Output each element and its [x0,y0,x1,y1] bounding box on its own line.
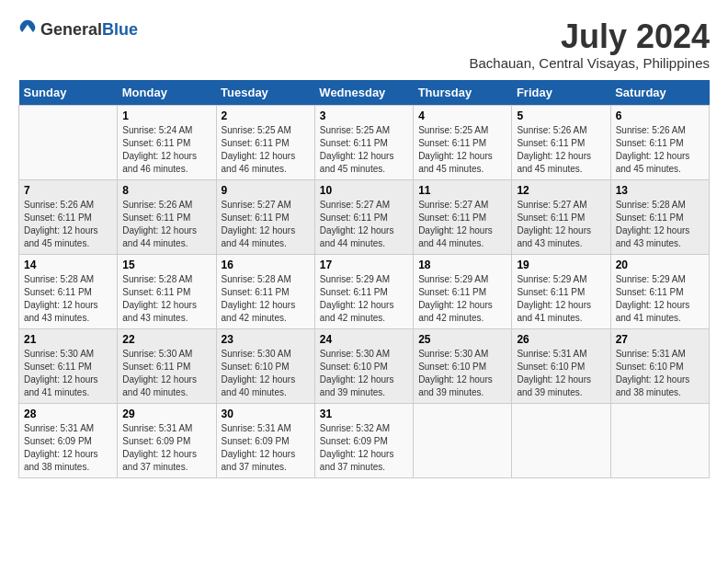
calendar-cell: 3Sunrise: 5:25 AMSunset: 6:11 PMDaylight… [314,105,413,179]
day-number: 10 [320,184,408,197]
calendar-cell: 17Sunrise: 5:29 AMSunset: 6:11 PMDayligh… [314,254,413,328]
weekday-header-wednesday: Wednesday [314,80,413,106]
month-year: July 2024 [469,18,710,55]
day-info: Sunrise: 5:30 AMSunset: 6:11 PMDaylight:… [24,348,112,399]
calendar-cell: 12Sunrise: 5:27 AMSunset: 6:11 PMDayligh… [512,179,610,254]
day-info: Sunrise: 5:27 AMSunset: 6:11 PMDaylight:… [418,199,506,250]
day-info: Sunrise: 5:31 AMSunset: 6:10 PMDaylight:… [616,348,704,399]
day-number: 2 [222,109,310,122]
week-row-2: 14Sunrise: 5:28 AMSunset: 6:11 PMDayligh… [19,254,710,328]
day-number: 29 [122,408,210,420]
day-info: Sunrise: 5:31 AMSunset: 6:10 PMDaylight:… [517,348,605,399]
day-info: Sunrise: 5:28 AMSunset: 6:11 PMDaylight:… [122,273,210,325]
calendar-cell: 1Sunrise: 5:24 AMSunset: 6:11 PMDaylight… [118,105,216,179]
day-number: 19 [517,259,605,271]
calendar-cell: 26Sunrise: 5:31 AMSunset: 6:10 PMDayligh… [512,328,610,403]
day-info: Sunrise: 5:25 AMSunset: 6:11 PMDaylight:… [320,124,408,176]
day-info: Sunrise: 5:29 AMSunset: 6:11 PMDaylight:… [320,273,408,325]
day-number: 15 [122,259,210,271]
day-number: 18 [418,259,506,271]
calendar-cell [19,105,118,179]
day-number: 28 [24,408,112,420]
calendar-cell [610,403,709,477]
day-info: Sunrise: 5:27 AMSunset: 6:11 PMDaylight:… [517,199,605,250]
day-info: Sunrise: 5:31 AMSunset: 6:09 PMDaylight:… [222,422,310,474]
day-info: Sunrise: 5:24 AMSunset: 6:11 PMDaylight:… [122,124,210,176]
day-number: 7 [24,184,112,197]
calendar-cell: 9Sunrise: 5:27 AMSunset: 6:11 PMDaylight… [216,179,314,254]
calendar-cell: 4Sunrise: 5:25 AMSunset: 6:11 PMDaylight… [414,105,512,179]
weekday-header-monday: Monday [118,80,216,106]
logo-icon [18,18,37,37]
day-number: 4 [418,109,506,122]
day-info: Sunrise: 5:29 AMSunset: 6:11 PMDaylight:… [418,273,506,325]
calendar-cell: 25Sunrise: 5:30 AMSunset: 6:10 PMDayligh… [414,328,512,403]
calendar-cell [512,403,610,477]
calendar-cell [414,403,512,477]
calendar-cell: 15Sunrise: 5:28 AMSunset: 6:11 PMDayligh… [118,254,216,328]
calendar-cell: 5Sunrise: 5:26 AMSunset: 6:11 PMDaylight… [512,105,610,179]
day-number: 26 [517,333,605,346]
calendar-cell: 24Sunrise: 5:30 AMSunset: 6:10 PMDayligh… [314,328,413,403]
day-number: 1 [122,109,210,122]
calendar-cell: 6Sunrise: 5:26 AMSunset: 6:11 PMDaylight… [610,105,709,179]
week-row-3: 21Sunrise: 5:30 AMSunset: 6:11 PMDayligh… [19,328,710,403]
calendar-cell: 23Sunrise: 5:30 AMSunset: 6:10 PMDayligh… [216,328,314,403]
calendar-cell: 30Sunrise: 5:31 AMSunset: 6:09 PMDayligh… [216,403,314,477]
day-info: Sunrise: 5:26 AMSunset: 6:11 PMDaylight:… [122,199,210,250]
day-number: 17 [320,259,408,271]
day-info: Sunrise: 5:28 AMSunset: 6:11 PMDaylight:… [24,273,112,325]
day-info: Sunrise: 5:31 AMSunset: 6:09 PMDaylight:… [122,422,210,474]
calendar-cell: 18Sunrise: 5:29 AMSunset: 6:11 PMDayligh… [414,254,512,328]
day-info: Sunrise: 5:30 AMSunset: 6:10 PMDaylight:… [320,348,408,399]
day-number: 5 [517,109,605,122]
title-area: July 2024 Bachauan, Central Visayas, Phi… [469,18,710,71]
day-info: Sunrise: 5:30 AMSunset: 6:10 PMDaylight:… [222,348,310,399]
day-number: 20 [616,259,704,271]
weekday-header-sunday: Sunday [19,80,118,106]
day-number: 13 [616,184,704,197]
day-info: Sunrise: 5:27 AMSunset: 6:11 PMDaylight:… [222,199,310,250]
day-info: Sunrise: 5:28 AMSunset: 6:11 PMDaylight:… [222,273,310,325]
calendar-cell: 8Sunrise: 5:26 AMSunset: 6:11 PMDaylight… [118,179,216,254]
day-number: 12 [517,184,605,197]
weekday-header-tuesday: Tuesday [216,80,314,106]
calendar-cell: 22Sunrise: 5:30 AMSunset: 6:11 PMDayligh… [118,328,216,403]
weekday-header-thursday: Thursday [414,80,512,106]
day-info: Sunrise: 5:25 AMSunset: 6:11 PMDaylight:… [418,124,506,176]
day-number: 24 [320,333,408,346]
day-info: Sunrise: 5:26 AMSunset: 6:11 PMDaylight:… [24,199,112,250]
calendar-cell: 2Sunrise: 5:25 AMSunset: 6:11 PMDaylight… [216,105,314,179]
calendar-cell: 29Sunrise: 5:31 AMSunset: 6:09 PMDayligh… [118,403,216,477]
calendar-cell: 7Sunrise: 5:26 AMSunset: 6:11 PMDaylight… [19,179,118,254]
calendar-cell: 31Sunrise: 5:32 AMSunset: 6:09 PMDayligh… [314,403,413,477]
logo-text-general: General [40,20,102,39]
day-info: Sunrise: 5:31 AMSunset: 6:09 PMDaylight:… [24,422,112,474]
day-number: 25 [418,333,506,346]
week-row-4: 28Sunrise: 5:31 AMSunset: 6:09 PMDayligh… [19,403,710,477]
day-number: 21 [24,333,112,346]
calendar-cell: 13Sunrise: 5:28 AMSunset: 6:11 PMDayligh… [610,179,709,254]
weekday-header-row: SundayMondayTuesdayWednesdayThursdayFrid… [19,80,710,106]
calendar-cell: 10Sunrise: 5:27 AMSunset: 6:11 PMDayligh… [314,179,413,254]
day-info: Sunrise: 5:32 AMSunset: 6:09 PMDaylight:… [320,422,408,474]
day-number: 23 [222,333,310,346]
day-info: Sunrise: 5:25 AMSunset: 6:11 PMDaylight:… [222,124,310,176]
day-number: 9 [222,184,310,197]
header: GeneralBlue July 2024 Bachauan, Central … [18,18,710,71]
day-number: 14 [24,259,112,271]
day-info: Sunrise: 5:30 AMSunset: 6:11 PMDaylight:… [122,348,210,399]
day-number: 3 [320,109,408,122]
calendar-cell: 11Sunrise: 5:27 AMSunset: 6:11 PMDayligh… [414,179,512,254]
weekday-header-saturday: Saturday [610,80,709,106]
calendar-cell: 21Sunrise: 5:30 AMSunset: 6:11 PMDayligh… [19,328,118,403]
day-number: 30 [222,408,310,420]
calendar-cell: 14Sunrise: 5:28 AMSunset: 6:11 PMDayligh… [19,254,118,328]
day-info: Sunrise: 5:29 AMSunset: 6:11 PMDaylight:… [616,273,704,325]
calendar-cell: 28Sunrise: 5:31 AMSunset: 6:09 PMDayligh… [19,403,118,477]
logo-text-blue: Blue [102,20,138,39]
calendar-table: SundayMondayTuesdayWednesdayThursdayFrid… [18,80,710,478]
day-number: 8 [122,184,210,197]
day-info: Sunrise: 5:29 AMSunset: 6:11 PMDaylight:… [517,273,605,325]
calendar-cell: 27Sunrise: 5:31 AMSunset: 6:10 PMDayligh… [610,328,709,403]
